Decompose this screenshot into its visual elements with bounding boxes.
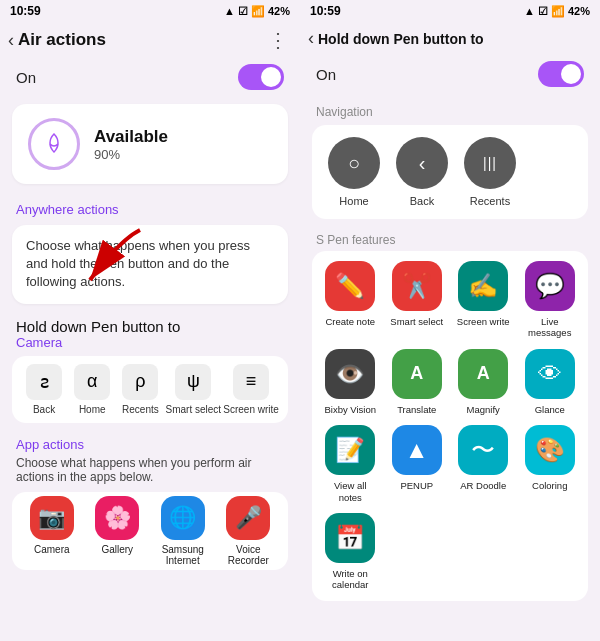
gesture-smart-select[interactable]: ψ Smart select: [166, 364, 222, 415]
available-card: Available 90%: [12, 104, 288, 184]
spen-label-create-note: Create note: [325, 316, 375, 327]
app-actions-label: App actions: [0, 427, 300, 456]
gesture-label-recents: Recents: [122, 404, 159, 415]
gesture-label-back: Back: [33, 404, 55, 415]
toggle-switch-right[interactable]: [538, 61, 584, 87]
app-label-camera: Camera: [34, 544, 70, 555]
gesture-icon-home: α: [74, 364, 110, 400]
app-icon-camera: 📷: [30, 496, 74, 540]
available-percent: 90%: [94, 147, 168, 162]
nav-home[interactable]: ○ Home: [328, 137, 380, 207]
app-icon-gallery: 🌸: [95, 496, 139, 540]
anywhere-actions-desc: Choose what happens when you press and h…: [12, 225, 288, 304]
page-title-right: Hold down Pen button to: [318, 31, 484, 47]
spen-label-view-all-notes: View all notes: [322, 480, 379, 503]
spen-icon-coloring: 🎨: [525, 425, 575, 475]
gesture-back[interactable]: ƨ Back: [21, 364, 67, 415]
spen-create-note[interactable]: ✏️ Create note: [322, 261, 379, 339]
gesture-icon-recents: ρ: [122, 364, 158, 400]
app-camera[interactable]: 📷 Camera: [24, 496, 80, 566]
gesture-label-screen-write: Screen write: [223, 404, 279, 415]
toggle-row-left: On: [0, 58, 300, 96]
spen-bixby-vision[interactable]: 👁️ Bixby Vision: [322, 349, 379, 415]
spen-smart-select[interactable]: ✂️ Smart select: [389, 261, 446, 339]
spen-label-magnify: Magnify: [467, 404, 500, 415]
spen-translate[interactable]: A Translate: [389, 349, 446, 415]
back-button-left[interactable]: ‹: [8, 30, 14, 51]
available-title: Available: [94, 127, 168, 147]
gesture-label-smart-select: Smart select: [166, 404, 222, 415]
spen-label-glance: Glance: [535, 404, 565, 415]
spen-coloring[interactable]: 🎨 Coloring: [522, 425, 579, 503]
status-icons-right: ▲ ☑ 📶 42%: [524, 5, 590, 18]
spen-live-messages[interactable]: 💬 Live messages: [522, 261, 579, 339]
spen-label-penup: PENUP: [400, 480, 433, 491]
spen-icon-penup: ▲: [392, 425, 442, 475]
spen-features-grid-container: ✏️ Create note ✂️ Smart select ✍️ Screen…: [312, 251, 588, 601]
spen-label-live-messages: Live messages: [522, 316, 579, 339]
status-icons-left: ▲ ☑ 📶 42%: [224, 5, 290, 18]
spen-icon-bixby-vision: 👁️: [325, 349, 375, 399]
spen-penup[interactable]: ▲ PENUP: [389, 425, 446, 503]
status-bar-right: 10:59 ▲ ☑ 📶 42%: [300, 0, 600, 22]
gesture-label-home: Home: [79, 404, 106, 415]
spen-magnify[interactable]: A Magnify: [455, 349, 512, 415]
spen-view-all-notes[interactable]: 📝 View all notes: [322, 425, 379, 503]
spen-write-on-calendar[interactable]: 📅 Write on calendar: [322, 513, 379, 591]
app-gallery[interactable]: 🌸 Gallery: [90, 496, 146, 566]
anywhere-actions-label: Anywhere actions: [0, 192, 300, 221]
spen-features-grid: ✏️ Create note ✂️ Smart select ✍️ Screen…: [322, 261, 578, 591]
available-text: Available 90%: [94, 127, 168, 162]
more-button-left[interactable]: ⋮: [268, 28, 288, 52]
hold-down-subtitle: Camera: [16, 335, 284, 350]
status-bar-left: 10:59 ▲ ☑ 📶 42%: [0, 0, 300, 22]
spen-label-bixby-vision: Bixby Vision: [324, 404, 376, 415]
toggle-label-left: On: [16, 69, 36, 86]
gesture-recents[interactable]: ρ Recents: [117, 364, 163, 415]
gesture-home[interactable]: α Home: [69, 364, 115, 415]
header-right: ‹ Hold down Pen button to: [300, 22, 600, 55]
app-actions-desc: Choose what happens when you perform air…: [0, 456, 300, 492]
right-panel: 10:59 ▲ ☑ 📶 42% ‹ Hold down Pen button t…: [300, 0, 600, 641]
back-button-right[interactable]: ‹: [308, 28, 314, 49]
gesture-icon-smart-select: ψ: [175, 364, 211, 400]
spen-icon-translate: A: [392, 349, 442, 399]
gesture-icon-screen-write: ≡: [233, 364, 269, 400]
time-right: 10:59: [310, 4, 341, 18]
available-icon: [28, 118, 80, 170]
spen-screen-write[interactable]: ✍️ Screen write: [455, 261, 512, 339]
spen-label-smart-select: Smart select: [390, 316, 443, 327]
left-panel: 10:59 ▲ ☑ 📶 42% ‹ Air actions ⋮ On Avail…: [0, 0, 300, 641]
spen-icon-create-note: ✏️: [325, 261, 375, 311]
spen-glance[interactable]: 👁 Glance: [522, 349, 579, 415]
spen-features-label: S Pen features: [300, 223, 600, 251]
app-label-gallery: Gallery: [101, 544, 133, 555]
nav-back[interactable]: ‹ Back: [396, 137, 448, 207]
spen-label-write-on-calendar: Write on calendar: [322, 568, 379, 591]
nav-icon-back: ‹: [396, 137, 448, 189]
app-label-voice-recorder: Voice Recorder: [221, 544, 277, 566]
app-voice-recorder[interactable]: 🎤 Voice Recorder: [221, 496, 277, 566]
app-grid: 📷 Camera 🌸 Gallery 🌐 Samsung Internet 🎤 …: [12, 492, 288, 570]
toggle-row-right: On: [300, 55, 600, 93]
spen-icon-glance: 👁: [525, 349, 575, 399]
toggle-label-right: On: [316, 66, 336, 83]
nav-label-home: Home: [339, 195, 368, 207]
nav-label-recents: Recents: [470, 195, 510, 207]
spen-label-screen-write: Screen write: [457, 316, 510, 327]
toggle-switch-left[interactable]: [238, 64, 284, 90]
hold-down-row[interactable]: Hold down Pen button to Camera: [0, 308, 300, 352]
app-label-samsung-internet: Samsung Internet: [155, 544, 211, 566]
gesture-screen-write[interactable]: ≡ Screen write: [223, 364, 279, 415]
navigation-icons-row: ○ Home ‹ Back ||| Recents: [312, 125, 588, 219]
app-samsung-internet[interactable]: 🌐 Samsung Internet: [155, 496, 211, 566]
nav-recents[interactable]: ||| Recents: [464, 137, 516, 207]
time-left: 10:59: [10, 4, 41, 18]
spen-icon-screen-write: ✍️: [458, 261, 508, 311]
spen-label-translate: Translate: [397, 404, 436, 415]
spen-icon-live-messages: 💬: [525, 261, 575, 311]
spen-label-ar-doodle: AR Doodle: [460, 480, 506, 491]
spen-ar-doodle[interactable]: 〜 AR Doodle: [455, 425, 512, 503]
navigation-section: Navigation ○ Home ‹ Back ||| Recents: [312, 101, 588, 219]
navigation-label: Navigation: [312, 101, 588, 125]
